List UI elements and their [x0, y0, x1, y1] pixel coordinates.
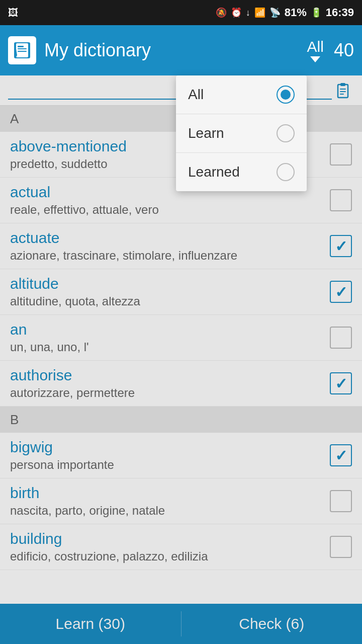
chevron-down-icon: [310, 56, 320, 62]
battery-icon: 🔋: [311, 7, 322, 18]
svg-rect-1: [16, 43, 28, 57]
app-header: My dictionary All 40: [0, 25, 362, 75]
mute-icon: 🔕: [216, 7, 227, 18]
download-icon: ↓: [246, 8, 250, 18]
svg-rect-4: [18, 51, 27, 52]
filter-dropdown: All Learn Learned: [176, 75, 307, 191]
filter-label: All: [307, 38, 324, 55]
wifi-icon: 📶: [254, 7, 265, 18]
page-title: My dictionary: [44, 40, 307, 61]
status-icons: 🔕 ⏰ ↓ 📶 📡 81% 🔋 16:39: [216, 6, 354, 19]
word-count: 40: [334, 40, 354, 61]
svg-rect-3: [18, 48, 27, 49]
signal-icon: 📡: [269, 7, 281, 18]
battery-text: 81%: [285, 6, 307, 19]
filter-option-all-label: All: [188, 87, 204, 103]
radio-learned[interactable]: [277, 163, 295, 181]
status-bar-left: 🖼: [8, 7, 211, 19]
filter-option-learn-label: Learn: [188, 125, 224, 141]
status-bar: 🖼 🔕 ⏰ ↓ 📶 📡 81% 🔋 16:39: [0, 0, 362, 25]
filter-option-learn[interactable]: Learn: [176, 114, 307, 153]
filter-dropdown-trigger[interactable]: All: [307, 38, 324, 62]
svg-rect-2: [18, 46, 24, 47]
filter-option-learned[interactable]: Learned: [176, 153, 307, 191]
radio-learn[interactable]: [277, 124, 295, 142]
time-display: 16:39: [326, 6, 354, 19]
filter-option-learned-label: Learned: [188, 164, 240, 180]
alarm-icon: ⏰: [231, 7, 242, 18]
filter-option-all[interactable]: All: [176, 75, 307, 114]
screen-icon: 🖼: [8, 7, 18, 19]
radio-all[interactable]: [277, 86, 295, 104]
app-logo: [8, 36, 36, 64]
